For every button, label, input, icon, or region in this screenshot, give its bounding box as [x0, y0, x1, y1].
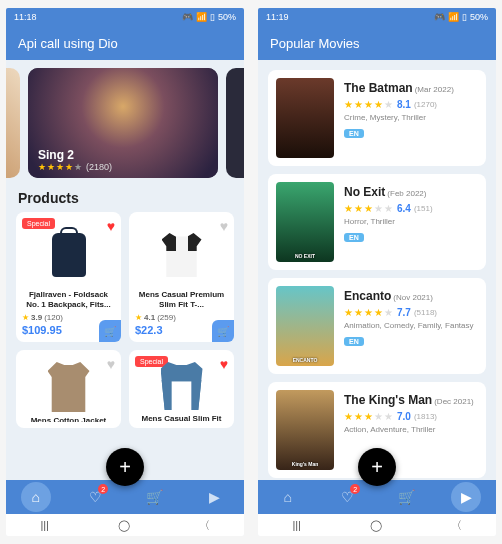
- plus-icon: +: [119, 456, 131, 479]
- system-nav: ||| ◯ 〈: [6, 514, 244, 536]
- movie-genres: Action, Adventure, Thriller: [344, 425, 478, 434]
- product-name: Fjallraven - Foldsack No. 1 Backpack, Fi…: [22, 290, 115, 310]
- product-image: [135, 224, 228, 286]
- carousel[interactable]: Sing 2 ★★★★★ (2180): [6, 60, 244, 186]
- heart-icon[interactable]: ♥: [220, 218, 228, 234]
- carousel-title: Sing 2: [38, 148, 112, 162]
- product-name: Mens Casual Premium Slim Fit T-...: [135, 290, 228, 310]
- nav-badge: 2: [98, 484, 108, 494]
- product-name: Mens Casual Slim Fit: [135, 414, 228, 422]
- carousel-count: (2180): [86, 162, 112, 172]
- add-to-cart-button[interactable]: 🛒: [212, 320, 234, 342]
- cart-icon: 🛒: [217, 326, 229, 337]
- status-time: 11:19: [266, 12, 289, 22]
- movie-title: No Exit: [344, 185, 385, 199]
- fab-button[interactable]: +: [358, 448, 396, 486]
- movie-rating: ★★★★★6.4(151): [344, 203, 478, 214]
- backpack-icon: [52, 233, 86, 277]
- movie-card[interactable]: ENCANTO Encanto(Nov 2021) ★★★★★7.7(5118)…: [268, 278, 486, 374]
- movie-rating: ★★★★★7.7(5118): [344, 307, 478, 318]
- carousel-item-next[interactable]: [226, 68, 244, 178]
- movie-date: (Nov 2021): [393, 293, 433, 302]
- status-right: 🎮 📶 ▯ 50%: [434, 12, 488, 22]
- app-bar: Popular Movies: [258, 26, 496, 60]
- carousel-item-main[interactable]: Sing 2 ★★★★★ (2180): [28, 68, 218, 178]
- movie-genres: Horror, Thriller: [344, 217, 478, 226]
- carousel-overlay: Sing 2 ★★★★★ (2180): [38, 148, 112, 172]
- heart-icon[interactable]: ♥: [107, 218, 115, 234]
- movie-poster: King's Man: [276, 390, 334, 470]
- nav-home[interactable]: ⌂: [273, 482, 303, 512]
- product-price: $22.3: [135, 324, 163, 336]
- movie-date: (Feb 2022): [387, 189, 426, 198]
- longsleeve-icon: [161, 362, 203, 410]
- movie-title: The King's Man: [344, 393, 432, 407]
- product-price: $109.95: [22, 324, 62, 336]
- product-image: [22, 362, 115, 412]
- carousel-item-prev[interactable]: [6, 68, 20, 178]
- game-icon: 🎮: [182, 12, 193, 22]
- section-title: Products: [6, 186, 244, 212]
- products-grid: Special ♥ Fjallraven - Foldsack No. 1 Ba…: [6, 212, 244, 428]
- app-title: Api call using Dio: [18, 36, 118, 51]
- carousel-rating: ★★★★★ (2180): [38, 162, 112, 172]
- signal-icon: ▯: [210, 12, 215, 22]
- status-bar: 11:19 🎮 📶 ▯ 50%: [258, 8, 496, 26]
- cart-icon: 🛒: [104, 326, 116, 337]
- product-card[interactable]: Special ♥ Mens Casual Slim Fit: [129, 350, 234, 428]
- home-icon: ⌂: [284, 489, 292, 505]
- language-chip: EN: [344, 337, 364, 346]
- star-icon: ★: [135, 313, 142, 322]
- product-card[interactable]: Special ♥ Fjallraven - Foldsack No. 1 Ba…: [16, 212, 121, 342]
- language-chip: EN: [344, 129, 364, 138]
- movie-genres: Crime, Mystery, Thriller: [344, 113, 478, 122]
- status-right: 🎮 📶 ▯ 50%: [182, 12, 236, 22]
- wifi-icon: 📶: [448, 12, 459, 22]
- nav-favorites[interactable]: ♡2: [332, 482, 362, 512]
- fab-button[interactable]: +: [106, 448, 144, 486]
- movie-poster: NO EXIT: [276, 182, 334, 262]
- app-title: Popular Movies: [270, 36, 360, 51]
- movie-card[interactable]: The Batman(Mar 2022) ★★★★★8.1(1270) Crim…: [268, 70, 486, 166]
- nav-cart[interactable]: 🛒: [392, 482, 422, 512]
- cart-icon: 🛒: [146, 489, 163, 505]
- star-icon: ★: [74, 162, 82, 172]
- nav-cart[interactable]: 🛒: [140, 482, 170, 512]
- product-name: Mens Cotton Jacket: [22, 416, 115, 422]
- home-button[interactable]: ◯: [118, 519, 130, 532]
- nav-badge: 2: [350, 484, 360, 494]
- movie-card[interactable]: NO EXIT No Exit(Feb 2022) ★★★★★6.4(151) …: [268, 174, 486, 270]
- add-to-cart-button[interactable]: 🛒: [99, 320, 121, 342]
- movie-info: The King's Man(Dec 2021) ★★★★★7.0(1813) …: [344, 390, 478, 434]
- movie-info: The Batman(Mar 2022) ★★★★★8.1(1270) Crim…: [344, 78, 478, 140]
- nav-home[interactable]: ⌂: [21, 482, 51, 512]
- product-card[interactable]: ♥ Mens Casual Premium Slim Fit T-... ★4.…: [129, 212, 234, 342]
- wifi-icon: 📶: [196, 12, 207, 22]
- nav-favorites[interactable]: ♡2: [80, 482, 110, 512]
- back-button[interactable]: 〈: [451, 518, 462, 533]
- battery-text: 50%: [218, 12, 236, 22]
- plus-icon: +: [371, 456, 383, 479]
- movie-rating: ★★★★★8.1(1270): [344, 99, 478, 110]
- recents-button[interactable]: |||: [40, 519, 49, 531]
- movie-title: The Batman: [344, 81, 413, 95]
- recents-button[interactable]: |||: [292, 519, 301, 531]
- star-icon: ★: [47, 162, 55, 172]
- movie-title: Encanto: [344, 289, 391, 303]
- language-chip: EN: [344, 233, 364, 242]
- video-icon: ▶: [461, 489, 472, 505]
- star-icon: ★: [65, 162, 73, 172]
- home-button[interactable]: ◯: [370, 519, 382, 532]
- back-button[interactable]: 〈: [199, 518, 210, 533]
- heart-icon[interactable]: ♥: [107, 356, 115, 372]
- status-time: 11:18: [14, 12, 37, 22]
- product-card[interactable]: ♥ Mens Cotton Jacket: [16, 350, 121, 428]
- tshirt-icon: [162, 233, 202, 277]
- movie-date: (Dec 2021): [434, 397, 474, 406]
- signal-icon: ▯: [462, 12, 467, 22]
- movie-info: Encanto(Nov 2021) ★★★★★7.7(5118) Animati…: [344, 286, 478, 348]
- phone-left: 11:18 🎮 📶 ▯ 50% Api call using Dio Sing …: [6, 8, 244, 536]
- special-badge: Special: [22, 218, 55, 229]
- nav-videos[interactable]: ▶: [199, 482, 229, 512]
- nav-videos[interactable]: ▶: [451, 482, 481, 512]
